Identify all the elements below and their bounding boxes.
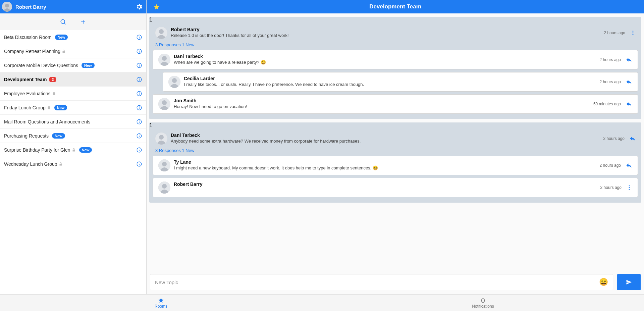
compose-bar: New Topic 😄	[147, 270, 644, 294]
search-icon[interactable]	[60, 18, 66, 25]
responses-summary[interactable]: 3 Responses 1 New	[149, 146, 641, 156]
room-item[interactable]: Company Retreat Planning	[0, 44, 146, 58]
new-badge: New	[54, 105, 67, 110]
message-time: 2 hours ago	[600, 185, 622, 190]
user-name: Robert Barry	[15, 4, 136, 10]
room-item[interactable]: Beta Discussion RoomNew	[0, 30, 146, 44]
sidebar-toolbar	[0, 13, 146, 30]
new-badge: New	[82, 63, 95, 68]
room-info-icon[interactable]	[136, 91, 142, 97]
message-text: I really like tacos... or sushi. Really,…	[184, 82, 600, 87]
avatar	[158, 159, 170, 171]
svg-point-32	[139, 148, 140, 149]
add-room-icon[interactable]	[80, 18, 87, 25]
reply-icon[interactable]	[626, 101, 632, 107]
reply-icon[interactable]	[629, 135, 636, 142]
topic-header: Robert BarryRelease 1.0 is out the door!…	[149, 23, 641, 40]
settings-icon[interactable]	[136, 3, 143, 10]
room-item[interactable]: Wednesday Lunch Group	[0, 157, 146, 171]
lock-icon	[62, 49, 66, 53]
svg-point-50	[162, 162, 167, 166]
rooms-list: Beta Discussion RoomNewCompany Retreat P…	[0, 30, 146, 294]
room-info-icon[interactable]	[136, 48, 142, 54]
room-item[interactable]: Development Team2	[0, 72, 146, 87]
message-time: 2 hours ago	[604, 31, 625, 35]
message-author: Robert Barry	[171, 27, 604, 32]
message-author: Cecilia Larder	[184, 76, 600, 81]
star-icon	[158, 297, 164, 303]
lock-icon	[72, 148, 76, 152]
room-name: Friday Lunch Group	[4, 105, 46, 110]
message-time: 2 hours ago	[600, 163, 621, 168]
message-text: Horray! Now I need to go on vacation!	[174, 104, 593, 109]
room-item[interactable]: Employee Evaluations	[0, 87, 146, 101]
new-badge: New	[55, 35, 68, 40]
room-name: Purchasing Requests	[4, 133, 49, 139]
svg-point-39	[633, 33, 634, 34]
reply-icon[interactable]	[626, 162, 632, 169]
more-icon[interactable]	[626, 185, 632, 191]
lock-icon	[52, 92, 56, 96]
compose-placeholder: New Topic	[155, 279, 178, 285]
svg-point-11	[139, 50, 140, 50]
svg-point-52	[162, 184, 167, 189]
room-item[interactable]: Purchasing RequestsNew	[0, 129, 146, 143]
room-name: Surprise Birthday Party for Glen	[4, 147, 70, 153]
room-info-icon[interactable]	[136, 147, 142, 153]
room-info-icon[interactable]	[136, 119, 142, 125]
svg-point-46	[162, 100, 167, 105]
room-info-icon[interactable]	[136, 62, 142, 68]
bell-icon	[480, 297, 486, 303]
svg-point-37	[159, 29, 164, 34]
responses-summary[interactable]: 3 Responses 1 New	[149, 40, 641, 50]
message-author: Ty Lane	[174, 159, 600, 165]
reply-card: Jon SmithHorray! Now I need to go on vac…	[153, 94, 638, 114]
svg-point-23	[139, 106, 140, 107]
room-name: Company Retreat Planning	[4, 49, 60, 54]
room-info-icon[interactable]	[136, 161, 142, 167]
nav-notifications[interactable]: Notifications	[322, 295, 644, 311]
room-item[interactable]: Corporate Mobile Device QuestionsNew	[0, 58, 146, 72]
topic-unread-badge: 1	[149, 17, 152, 22]
more-icon[interactable]	[630, 30, 636, 36]
unread-count-badge: 2	[49, 77, 56, 82]
nav-rooms[interactable]: Rooms	[0, 295, 322, 311]
user-avatar[interactable]	[2, 2, 12, 12]
reply-card: Ty LaneI might need a new keyboard. My c…	[153, 156, 638, 175]
room-item[interactable]: Friday Lunch GroupNew	[0, 101, 146, 115]
room-name: Mail Room Questions and Annoucements	[4, 119, 91, 124]
compose-input[interactable]: New Topic 😄	[150, 274, 613, 290]
avatar	[158, 54, 170, 66]
message-text: I might need a new keyboard. My comma do…	[174, 165, 600, 170]
room-info-icon[interactable]	[136, 133, 142, 139]
avatar	[155, 133, 167, 145]
room-info-icon[interactable]	[136, 76, 142, 83]
message-author: Dani Tarbeck	[171, 133, 603, 138]
svg-point-53	[629, 185, 630, 186]
message-author: Dani Tarbeck	[174, 54, 600, 59]
reply-icon[interactable]	[626, 56, 632, 63]
svg-line-3	[64, 23, 66, 24]
message-time: 2 hours ago	[603, 136, 625, 141]
reply-card: Cecilia LarderI really like tacos... or …	[163, 72, 638, 92]
topic: 1Robert BarryRelease 1.0 is out the door…	[149, 17, 641, 119]
thread-scroll[interactable]: 1Robert BarryRelease 1.0 is out the door…	[147, 13, 644, 270]
new-badge: New	[52, 133, 65, 139]
reply-icon[interactable]	[626, 79, 632, 85]
favorite-star-icon[interactable]	[153, 3, 160, 10]
nav-rooms-label: Rooms	[155, 304, 167, 309]
room-item[interactable]: Mail Room Questions and Annoucements	[0, 115, 146, 129]
room-info-icon[interactable]	[136, 34, 142, 40]
room-item[interactable]: Surprise Birthday Party for GlenNew	[0, 143, 146, 157]
svg-point-2	[61, 19, 65, 23]
svg-point-42	[162, 56, 167, 61]
avatar	[155, 27, 167, 39]
reply-card: Dani TarbeckWhen are we going to have a …	[153, 50, 638, 69]
svg-point-17	[139, 78, 140, 79]
emoji-picker-icon[interactable]: 😄	[599, 278, 608, 287]
room-info-icon[interactable]	[136, 105, 142, 111]
room-title: Development Team	[369, 3, 421, 10]
svg-point-14	[139, 64, 140, 64]
send-button[interactable]	[617, 274, 641, 290]
new-badge: New	[79, 147, 92, 153]
